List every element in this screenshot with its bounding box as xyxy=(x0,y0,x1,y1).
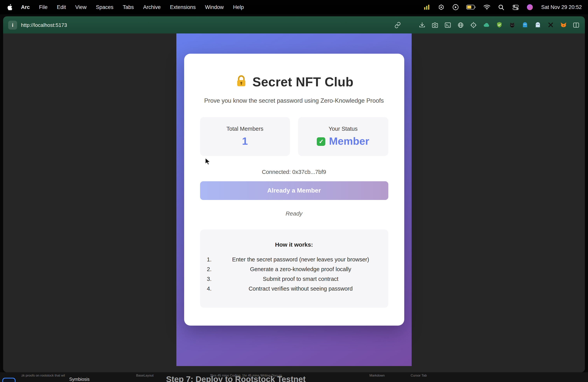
menu-item-tabs[interactable]: Tabs xyxy=(118,4,138,10)
profile-icon[interactable] xyxy=(526,3,534,11)
menu-item-window[interactable]: Window xyxy=(200,4,228,10)
background-window-sliver[interactable]: zk proofs on rootstock that wil BaseLayo… xyxy=(0,372,588,382)
status-fragment: BaseLayout xyxy=(136,373,154,377)
how-step-4: Contract verifies without seeing passwor… xyxy=(213,285,388,292)
background-tab-label: Symbiosis xyxy=(69,377,90,382)
stocks-icon[interactable] xyxy=(423,3,431,11)
spotlight-icon[interactable] xyxy=(497,3,505,11)
total-members-box: Total Members 1 xyxy=(200,117,290,156)
browser-toolbar: i http://localhost:5173 xyxy=(3,16,585,33)
menu-item-spaces[interactable]: Spaces xyxy=(91,4,118,10)
control-center-icon[interactable] xyxy=(512,3,519,11)
split-view-icon[interactable] xyxy=(572,21,580,29)
chatgpt-icon[interactable] xyxy=(437,3,445,11)
page-subtitle: Prove you know the secret password using… xyxy=(200,97,388,104)
browser-window: i http://localhost:5173 xyxy=(3,16,585,372)
ext-cloud-icon[interactable] xyxy=(483,21,490,29)
ext-ghost-light-icon[interactable] xyxy=(534,21,541,29)
downloads-icon[interactable] xyxy=(419,21,426,29)
target-icon[interactable] xyxy=(470,21,477,29)
page-title: Secret NFT Club xyxy=(200,54,388,89)
metamask-icon[interactable] xyxy=(560,21,567,29)
your-status-label: Your Status xyxy=(329,126,357,132)
menu-item-extensions[interactable]: Extensions xyxy=(165,4,200,10)
lock-icon xyxy=(234,75,248,89)
total-members-value: 1 xyxy=(242,135,248,148)
apple-logo[interactable] xyxy=(6,4,16,11)
active-app-name[interactable]: Arc xyxy=(16,4,34,10)
status-fragment: zk proofs on rootstock that wil xyxy=(21,373,65,377)
status-fragment: Cursor Tab xyxy=(411,373,427,377)
camera-icon[interactable] xyxy=(431,21,439,29)
how-it-works-box: How it works: Enter the secret password … xyxy=(200,230,388,308)
how-step-3: Submit proof to smart contract xyxy=(213,276,388,282)
stats-row: Total Members 1 Your Status ✓ Member xyxy=(200,117,388,156)
page-title-text: Secret NFT Club xyxy=(252,75,353,89)
background-doc-heading: Step 7: Deploy to Rootstock Testnet xyxy=(166,375,306,382)
your-status-value: ✓ Member xyxy=(317,135,369,148)
secret-nft-club-card: Secret NFT Club Prove you know the secre… xyxy=(184,54,404,326)
status-text: Ready xyxy=(200,210,388,217)
ext-x-icon[interactable] xyxy=(547,21,554,29)
wifi-icon[interactable] xyxy=(483,3,491,11)
status-fragment: Markdown xyxy=(369,373,385,377)
how-it-works-title: How it works: xyxy=(200,241,388,248)
ext-ghost-blue-icon[interactable] xyxy=(521,21,528,29)
screen: Arc File Edit View Spaces Tabs Archive E… xyxy=(0,0,588,382)
ext-cat-icon[interactable] xyxy=(508,21,516,29)
already-member-button[interactable]: Already a Member xyxy=(200,181,388,200)
menu-item-file[interactable]: File xyxy=(34,4,52,10)
link-icon[interactable] xyxy=(394,21,401,29)
browser-viewport: Secret NFT Club Prove you know the secre… xyxy=(3,33,585,372)
how-step-2: Generate a zero-knowledge proof locally xyxy=(213,266,388,273)
menu-bar-clock[interactable]: Sat Nov 29 20:52 xyxy=(541,4,582,10)
page-background-gradient: Secret NFT Club Prove you know the secre… xyxy=(176,33,412,366)
connected-address: Connected: 0x37cb...7bf9 xyxy=(200,169,388,175)
site-info-icon[interactable]: i xyxy=(8,21,17,29)
background-tab-fragment xyxy=(2,378,16,382)
your-status-box: Your Status ✓ Member xyxy=(298,117,388,156)
battery-icon[interactable] xyxy=(466,3,476,11)
terminal-icon[interactable] xyxy=(444,21,452,29)
how-step-1: Enter the secret password (never leaves … xyxy=(213,256,388,263)
play-icon[interactable] xyxy=(452,3,460,11)
your-status-value-text: Member xyxy=(329,135,369,148)
macos-menu-bar: Arc File Edit View Spaces Tabs Archive E… xyxy=(0,0,588,14)
ext-shield-icon[interactable] xyxy=(495,21,503,29)
url-bar[interactable]: http://localhost:5173 xyxy=(21,22,67,28)
globe-icon[interactable] xyxy=(457,21,464,29)
check-icon: ✓ xyxy=(317,137,326,146)
total-members-label: Total Members xyxy=(226,126,263,132)
menu-item-help[interactable]: Help xyxy=(228,4,249,10)
how-it-works-list: Enter the secret password (never leaves … xyxy=(200,256,388,292)
menu-item-archive[interactable]: Archive xyxy=(138,4,165,10)
menu-item-edit[interactable]: Edit xyxy=(52,4,71,10)
menu-item-view[interactable]: View xyxy=(71,4,91,10)
